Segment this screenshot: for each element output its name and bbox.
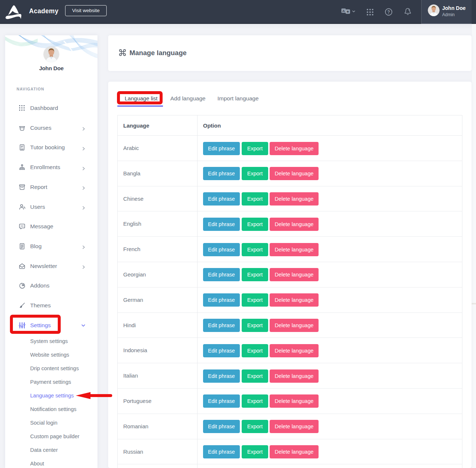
svg-text:?: ? xyxy=(387,10,390,15)
svg-text:★: ★ xyxy=(346,10,349,14)
svg-text:A: A xyxy=(342,9,345,13)
